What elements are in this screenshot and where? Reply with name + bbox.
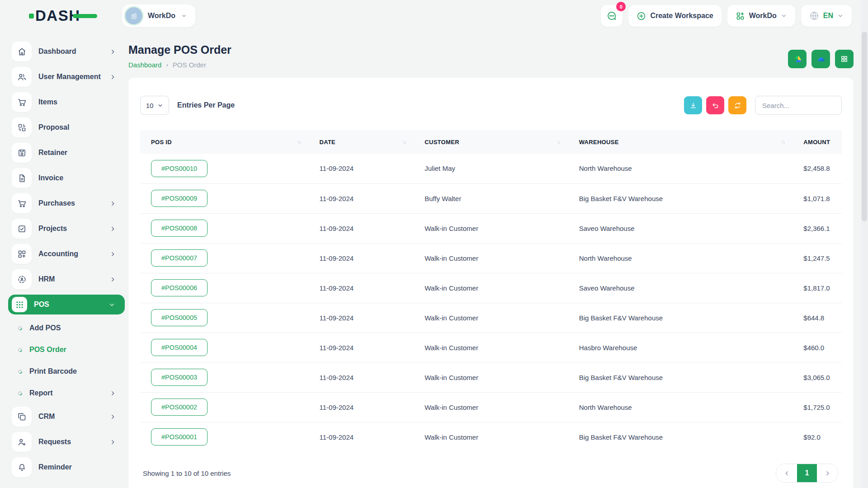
workspace-selector[interactable]: WorkDo xyxy=(122,5,195,27)
customer-name: Walk-in Customer xyxy=(414,273,568,303)
workspace-avatar xyxy=(125,7,142,24)
sidebar-item-retainer[interactable]: Retainer xyxy=(8,140,126,165)
onedrive-button[interactable] xyxy=(811,50,830,68)
chevron-right-icon xyxy=(110,277,116,282)
pos-id-button[interactable]: #POS00001 xyxy=(151,428,208,446)
order-date: 11-09-2024 xyxy=(308,362,414,392)
warehouse-name: Hasbro Warehouse xyxy=(568,333,793,362)
table-row: #POS00009 11-09-2024 Buffy Walter Big Ba… xyxy=(140,183,842,213)
sidebar-subitem-report[interactable]: Report xyxy=(8,382,126,404)
dots-grid-icon xyxy=(12,297,27,312)
pos-id-button[interactable]: #POS00004 xyxy=(151,339,208,356)
pos-id-button[interactable]: #POS00008 xyxy=(151,220,208,237)
grid-view-button[interactable] xyxy=(835,50,854,68)
create-workspace-button[interactable]: Create Workspace xyxy=(628,5,721,27)
order-amount: $3,065.0 xyxy=(793,362,842,392)
warehouse-name: Big Basket F&V Warehouse xyxy=(568,422,793,452)
customer-name: Buffy Walter xyxy=(414,183,568,213)
prev-page-button[interactable] xyxy=(776,464,797,482)
chevron-left-icon xyxy=(784,470,790,476)
order-date: 11-09-2024 xyxy=(308,154,414,183)
messages-button[interactable]: 0 xyxy=(601,5,623,27)
sidebar-item-requests[interactable]: Requests xyxy=(8,429,126,455)
account-menu[interactable]: WorkDo xyxy=(727,5,795,27)
brand-logo[interactable]: DASH xyxy=(29,7,97,24)
user-plus-icon xyxy=(12,432,32,452)
order-date: 11-09-2024 xyxy=(308,273,414,303)
google-drive-button[interactable] xyxy=(788,50,807,68)
globe-icon xyxy=(809,11,819,21)
page-number-button[interactable]: 1 xyxy=(797,464,817,482)
table-row: #POS00001 11-09-2024 Walk-in Customer Bi… xyxy=(140,422,842,452)
sidebar-item-pos[interactable]: POS xyxy=(8,295,125,314)
cart-icon xyxy=(12,92,32,112)
sort-icon[interactable]: ↑↓ xyxy=(781,139,787,145)
sidebar-subitem-pos-order[interactable]: POS Order xyxy=(8,339,126,361)
breadcrumb-dashboard-link[interactable]: Dashboard xyxy=(128,61,161,69)
save-icon xyxy=(12,143,32,163)
workspace-name: WorkDo xyxy=(148,12,175,20)
sidebar-item-hrm[interactable]: HRM xyxy=(8,267,126,292)
reset-button[interactable] xyxy=(706,96,724,114)
table-header-row: POS ID↑↓ DATE↑↓ CUSTOMER↑↓ WAREHOUSE↑↓ A… xyxy=(140,130,842,154)
sidebar-subitem-print-barcode[interactable]: Print Barcode xyxy=(8,361,126,382)
column-customer: CUSTOMER xyxy=(425,139,459,145)
pos-id-button[interactable]: #POS00007 xyxy=(151,249,208,267)
table-row: #POS00004 11-09-2024 Walk-in Customer Ha… xyxy=(140,333,842,362)
pos-id-button[interactable]: #POS00006 xyxy=(151,279,208,296)
sort-icon[interactable]: ↑↓ xyxy=(297,139,303,145)
order-amount: $2,458.8 xyxy=(793,154,842,183)
scrollbar-thumb[interactable] xyxy=(862,32,867,221)
sidebar-item-items[interactable]: Items xyxy=(8,89,126,115)
chevron-down-icon xyxy=(181,13,187,19)
sidebar-item-invoice[interactable]: Invoice xyxy=(8,165,126,191)
customer-name: Walk-in Customer xyxy=(414,422,568,452)
search-input[interactable] xyxy=(755,96,842,115)
pos-id-button[interactable]: #POS00009 xyxy=(151,190,208,207)
export-button[interactable] xyxy=(684,96,702,114)
bullet-icon xyxy=(17,390,23,396)
bullet-icon xyxy=(17,369,23,375)
sidebar-item-accounting[interactable]: Accounting xyxy=(8,241,126,267)
chevron-right-icon xyxy=(110,251,116,257)
order-date: 11-09-2024 xyxy=(308,213,414,243)
language-selector[interactable]: EN xyxy=(801,5,852,27)
chevron-right-icon xyxy=(110,439,116,445)
order-amount: $460.0 xyxy=(793,333,842,362)
sidebar-item-reminder[interactable]: Reminder xyxy=(8,455,126,480)
pos-id-button[interactable]: #POS00010 xyxy=(151,160,208,177)
main-content: Manage POS Order Dashboard › POS Order xyxy=(127,32,868,488)
customer-name: Juliet May xyxy=(414,154,568,183)
refresh-button[interactable] xyxy=(728,96,746,114)
table-row: #POS00008 11-09-2024 Walk-in Customer Sa… xyxy=(140,213,842,243)
warehouse-name: Big Basket F&V Warehouse xyxy=(568,362,793,392)
pos-id-button[interactable]: #POS00003 xyxy=(151,369,208,386)
next-page-button[interactable] xyxy=(817,464,838,482)
sidebar-subitem-add-pos[interactable]: Add POS xyxy=(8,317,126,339)
refresh-icon xyxy=(734,102,741,109)
chevron-right-icon xyxy=(825,470,830,476)
sort-icon[interactable]: ↑↓ xyxy=(402,139,408,145)
pos-id-button[interactable]: #POS00002 xyxy=(151,399,208,416)
check-square-icon xyxy=(12,219,32,239)
warehouse-name: Saveo Warehouse xyxy=(568,273,793,303)
pos-id-button[interactable]: #POS00005 xyxy=(151,309,208,326)
sidebar-item-crm[interactable]: CRM xyxy=(8,404,126,429)
sort-icon[interactable]: ↑↓ xyxy=(557,139,563,145)
chevron-right-icon xyxy=(110,201,116,206)
chevron-down-icon xyxy=(781,13,787,19)
sidebar-item-projects[interactable]: Projects xyxy=(8,216,126,241)
warehouse-name: Saveo Warehouse xyxy=(568,213,793,243)
breadcrumb: Dashboard › POS Order xyxy=(128,61,231,69)
table-row: #POS00005 11-09-2024 Walk-in Customer Bi… xyxy=(140,303,842,333)
user-scan-icon xyxy=(12,269,32,289)
order-amount: $2,366.1 xyxy=(793,213,842,243)
table-row: #POS00006 11-09-2024 Walk-in Customer Sa… xyxy=(140,273,842,303)
sidebar-item-user-management[interactable]: User Management xyxy=(8,64,126,89)
chat-badge: 0 xyxy=(616,2,626,11)
sidebar-item-dashboard[interactable]: Dashboard xyxy=(8,39,126,64)
sidebar-item-proposal[interactable]: Proposal xyxy=(8,115,126,140)
entries-per-page-select[interactable]: 10 xyxy=(140,96,169,115)
sidebar: Dashboard User Management Items Proposal… xyxy=(0,32,127,488)
sidebar-item-purchases[interactable]: Purchases xyxy=(8,191,126,216)
